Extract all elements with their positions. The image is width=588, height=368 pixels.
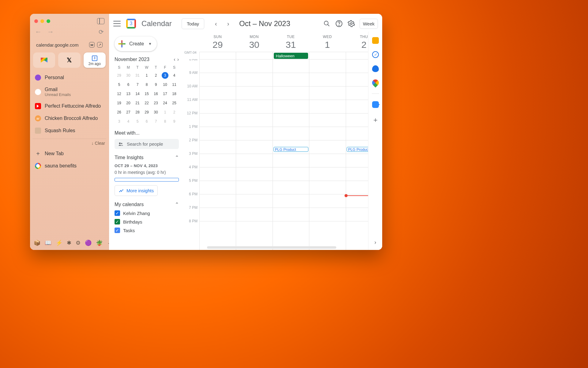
maximize-window[interactable] bbox=[47, 19, 50, 23]
mini-day[interactable]: 4 bbox=[124, 118, 133, 125]
sidebar-item[interactable]: Squash Rules bbox=[33, 125, 106, 137]
mini-prev-icon[interactable]: ‹ bbox=[174, 57, 175, 62]
mini-day[interactable]: 9 bbox=[170, 118, 179, 125]
mini-day[interactable]: 8 bbox=[142, 81, 151, 88]
mini-day[interactable]: 9 bbox=[151, 81, 160, 88]
view-selector[interactable]: Week bbox=[360, 19, 378, 29]
pinned-tab-x[interactable]: 𝕏 bbox=[58, 52, 80, 68]
mini-day[interactable]: 27 bbox=[124, 109, 133, 116]
day-column[interactable]: PLG Product bbox=[273, 59, 309, 250]
bottom-bar-icon[interactable]: ✱ bbox=[67, 240, 71, 247]
mini-day[interactable]: 7 bbox=[151, 118, 160, 125]
mini-day[interactable]: 3 bbox=[162, 72, 168, 79]
bottom-bar-icon[interactable]: 📦 bbox=[34, 240, 40, 247]
mini-day[interactable]: 14 bbox=[133, 90, 142, 97]
sidebar-item[interactable]: +New Tab bbox=[33, 148, 106, 160]
sidebar-item[interactable]: arChicken Broccoli Alfredo bbox=[33, 112, 106, 125]
mini-day[interactable]: 5 bbox=[133, 118, 142, 125]
mini-day[interactable]: 16 bbox=[151, 90, 160, 97]
bottom-bar-icon[interactable]: ⚙︎ bbox=[76, 240, 81, 247]
mini-day[interactable]: 2 bbox=[151, 72, 160, 79]
collapse-rail-icon[interactable]: › bbox=[375, 239, 376, 246]
keep-icon[interactable] bbox=[372, 37, 379, 44]
add-addon-icon[interactable]: ＋ bbox=[372, 115, 379, 125]
mini-day[interactable]: 25 bbox=[170, 100, 179, 106]
mini-day[interactable]: 4 bbox=[170, 72, 179, 79]
mini-day[interactable]: 18 bbox=[170, 90, 179, 97]
nav-forward-icon[interactable]: → bbox=[47, 28, 54, 36]
people-search[interactable]: Search for people bbox=[115, 139, 179, 149]
create-button[interactable]: Create ▼ bbox=[115, 36, 157, 51]
mini-day[interactable]: 26 bbox=[115, 109, 124, 116]
bottom-bar-icon[interactable]: 📖 bbox=[45, 240, 51, 247]
day-header[interactable]: TUE31 bbox=[273, 33, 309, 52]
mini-day[interactable]: 17 bbox=[160, 90, 170, 97]
mini-day[interactable]: 29 bbox=[115, 72, 124, 79]
reload-icon[interactable]: ⟳ bbox=[99, 28, 104, 36]
time-insights-header[interactable]: Time Insights ⌃ bbox=[115, 155, 179, 160]
zoom-icon[interactable] bbox=[372, 101, 379, 108]
day-header[interactable]: MON30 bbox=[236, 33, 272, 52]
day-header[interactable]: WED1 bbox=[309, 33, 345, 52]
mini-day[interactable]: 19 bbox=[115, 100, 124, 106]
calendar-event[interactable]: PLG Product bbox=[273, 147, 308, 152]
mini-day[interactable]: 15 bbox=[142, 90, 151, 97]
mini-day[interactable]: 21 bbox=[133, 100, 142, 106]
clear-tabs[interactable]: ↓ Clear bbox=[30, 141, 109, 147]
mini-day[interactable]: 3 bbox=[115, 118, 124, 125]
main-menu-icon[interactable] bbox=[113, 21, 121, 26]
sidebar-item[interactable]: GmailUnread Emails bbox=[33, 84, 106, 100]
sidebar-item[interactable]: Perfect Fettuccine Alfredo bbox=[33, 100, 106, 112]
tasks-icon[interactable] bbox=[372, 51, 379, 58]
sidebar-item[interactable]: Personal bbox=[33, 71, 106, 84]
close-window[interactable] bbox=[34, 19, 38, 23]
mini-day[interactable]: 6 bbox=[142, 118, 151, 125]
allday-event[interactable]: Halloween bbox=[274, 53, 308, 59]
mini-day[interactable]: 28 bbox=[133, 109, 142, 116]
mini-day[interactable]: 23 bbox=[151, 100, 160, 106]
settings-gear-icon[interactable] bbox=[347, 20, 355, 28]
address-bar[interactable]: calendar.google.com bbox=[33, 40, 106, 49]
allday-cell[interactable] bbox=[309, 52, 345, 59]
mini-day[interactable]: 30 bbox=[151, 109, 160, 116]
mini-day[interactable]: 10 bbox=[160, 81, 170, 88]
bottom-bar-icon[interactable]: ⚡ bbox=[56, 240, 62, 247]
mini-day[interactable]: 22 bbox=[142, 100, 151, 106]
today-button[interactable]: Today bbox=[182, 18, 204, 29]
open-external-icon[interactable] bbox=[97, 42, 103, 48]
nav-back-icon[interactable]: ← bbox=[35, 28, 42, 36]
mini-day[interactable]: 1 bbox=[160, 109, 170, 116]
mini-day[interactable]: 6 bbox=[124, 81, 133, 88]
allday-cell[interactable] bbox=[199, 52, 236, 59]
day-header[interactable]: SUN29 bbox=[199, 33, 236, 52]
mini-day[interactable]: 5 bbox=[115, 81, 124, 88]
bottom-bar-icon[interactable]: 🟣 bbox=[85, 240, 92, 247]
mini-day[interactable]: 24 bbox=[160, 100, 170, 106]
bottom-bar-icon[interactable]: 🪴 bbox=[96, 240, 103, 247]
day-column[interactable] bbox=[236, 59, 272, 250]
help-icon[interactable] bbox=[335, 20, 343, 28]
next-period-icon[interactable]: › bbox=[223, 19, 233, 29]
prev-period-icon[interactable]: ‹ bbox=[211, 19, 221, 29]
pinned-tab-calendar[interactable]: 2m ago bbox=[84, 52, 106, 68]
mini-day[interactable]: 7 bbox=[133, 81, 142, 88]
more-insights-button[interactable]: More insights bbox=[115, 185, 158, 196]
mini-day[interactable]: 31 bbox=[133, 72, 142, 79]
sidebar-toggle-icon[interactable] bbox=[97, 18, 104, 24]
minimize-window[interactable] bbox=[40, 19, 44, 23]
day-column[interactable] bbox=[309, 59, 345, 250]
calendar-toggle[interactable]: ✓Tasks bbox=[115, 228, 179, 233]
pinned-tab-gmail[interactable] bbox=[33, 52, 55, 68]
mini-day[interactable]: 13 bbox=[124, 90, 133, 97]
calendar-toggle[interactable]: ✓Kelvin Zhang bbox=[115, 210, 179, 216]
mini-day[interactable]: 11 bbox=[170, 81, 179, 88]
mini-day[interactable]: 8 bbox=[160, 118, 170, 125]
horizontal-scrollbar[interactable] bbox=[207, 246, 336, 249]
allday-cell[interactable]: Halloween bbox=[273, 52, 309, 59]
search-icon[interactable] bbox=[323, 20, 331, 28]
day-column[interactable] bbox=[199, 59, 236, 250]
mini-day[interactable]: 20 bbox=[124, 100, 133, 106]
mini-day[interactable]: 30 bbox=[124, 72, 133, 79]
mini-day[interactable]: 1 bbox=[142, 72, 151, 79]
contacts-icon[interactable] bbox=[372, 65, 379, 72]
